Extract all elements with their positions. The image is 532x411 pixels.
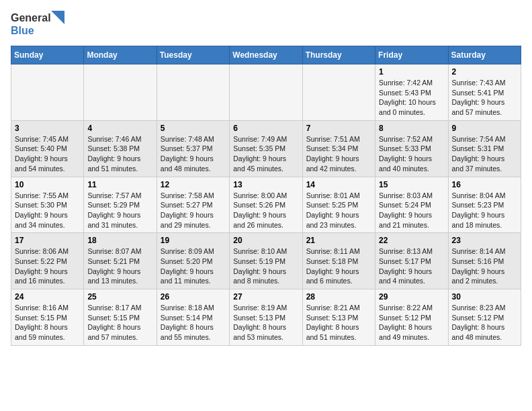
logo-icon: GeneralBlue: [11, 11, 64, 38]
calendar-week-row: 24Sunrise: 8:16 AMSunset: 5:15 PMDayligh…: [11, 289, 521, 346]
day-info: Sunrise: 8:07 AMSunset: 5:21 PMDaylight:…: [87, 247, 141, 285]
day-number: 9: [452, 124, 517, 133]
calendar-header-monday: Monday: [84, 46, 157, 64]
day-info: Sunrise: 7:51 AMSunset: 5:34 PMDaylight:…: [306, 135, 360, 173]
calendar-header-sunday: Sunday: [11, 46, 84, 64]
calendar-cell: 22Sunrise: 8:13 AMSunset: 5:17 PMDayligh…: [375, 233, 448, 289]
day-number: 12: [161, 180, 226, 189]
day-info: Sunrise: 8:17 AMSunset: 5:15 PMDaylight:…: [87, 304, 141, 341]
day-info: Sunrise: 8:22 AMSunset: 5:12 PMDaylight:…: [379, 304, 433, 341]
calendar-week-row: 3Sunrise: 7:45 AMSunset: 5:40 PMDaylight…: [11, 120, 521, 177]
calendar-cell: 28Sunrise: 8:21 AMSunset: 5:13 PMDayligh…: [302, 289, 375, 346]
day-info: Sunrise: 8:06 AMSunset: 5:22 PMDaylight:…: [15, 247, 69, 285]
day-number: 11: [87, 180, 152, 189]
calendar-week-row: 17Sunrise: 8:06 AMSunset: 5:22 PMDayligh…: [11, 233, 521, 289]
calendar-cell: 1Sunrise: 7:42 AMSunset: 5:43 PMDaylight…: [375, 64, 448, 121]
calendar-cell: [302, 64, 375, 121]
svg-marker-2: [51, 11, 64, 24]
calendar-cell: 16Sunrise: 8:04 AMSunset: 5:23 PMDayligh…: [448, 177, 521, 233]
calendar-cell: 21Sunrise: 8:11 AMSunset: 5:18 PMDayligh…: [302, 233, 375, 289]
calendar-cell: 12Sunrise: 7:58 AMSunset: 5:27 PMDayligh…: [157, 177, 229, 233]
day-number: 3: [15, 124, 80, 133]
day-number: 23: [452, 236, 517, 245]
calendar-cell: 4Sunrise: 7:46 AMSunset: 5:38 PMDaylight…: [84, 120, 157, 177]
calendar-cell: 13Sunrise: 8:00 AMSunset: 5:26 PMDayligh…: [230, 177, 302, 233]
day-number: 25: [87, 292, 152, 302]
calendar-header-friday: Friday: [375, 46, 448, 64]
svg-text:General: General: [11, 12, 51, 24]
day-info: Sunrise: 8:03 AMSunset: 5:24 PMDaylight:…: [379, 191, 433, 229]
day-number: 7: [306, 124, 371, 133]
day-number: 6: [233, 124, 298, 133]
day-info: Sunrise: 8:10 AMSunset: 5:19 PMDaylight:…: [233, 247, 287, 285]
day-number: 5: [161, 124, 226, 133]
day-info: Sunrise: 7:52 AMSunset: 5:33 PMDaylight:…: [379, 135, 433, 173]
day-info: Sunrise: 8:00 AMSunset: 5:26 PMDaylight:…: [233, 191, 287, 229]
day-number: 27: [233, 292, 298, 302]
day-number: 26: [161, 292, 226, 302]
calendar-week-row: 1Sunrise: 7:42 AMSunset: 5:43 PMDaylight…: [11, 64, 521, 121]
day-info: Sunrise: 8:11 AMSunset: 5:18 PMDaylight:…: [306, 247, 360, 285]
calendar-cell: 24Sunrise: 8:16 AMSunset: 5:15 PMDayligh…: [11, 289, 84, 346]
calendar-cell: 6Sunrise: 7:49 AMSunset: 5:35 PMDaylight…: [230, 120, 302, 177]
day-number: 16: [452, 180, 517, 189]
day-number: 22: [379, 236, 444, 245]
day-info: Sunrise: 8:01 AMSunset: 5:25 PMDaylight:…: [306, 191, 360, 229]
calendar-header-thursday: Thursday: [302, 46, 375, 64]
day-info: Sunrise: 8:14 AMSunset: 5:16 PMDaylight:…: [452, 247, 506, 285]
day-number: 2: [452, 67, 517, 77]
day-number: 28: [306, 292, 371, 302]
calendar-header-tuesday: Tuesday: [157, 46, 229, 64]
day-info: Sunrise: 8:13 AMSunset: 5:17 PMDaylight:…: [379, 247, 433, 285]
day-number: 15: [379, 180, 444, 189]
day-number: 17: [15, 236, 80, 245]
calendar-cell: 20Sunrise: 8:10 AMSunset: 5:19 PMDayligh…: [230, 233, 302, 289]
day-number: 19: [161, 236, 226, 245]
day-number: 4: [87, 124, 152, 133]
calendar-cell: 26Sunrise: 8:18 AMSunset: 5:14 PMDayligh…: [157, 289, 229, 346]
day-number: 1: [379, 67, 444, 77]
day-number: 21: [306, 236, 371, 245]
calendar-cell: [84, 64, 157, 121]
day-info: Sunrise: 8:23 AMSunset: 5:12 PMDaylight:…: [452, 304, 506, 341]
day-number: 24: [15, 292, 80, 302]
calendar-cell: 2Sunrise: 7:43 AMSunset: 5:41 PMDaylight…: [448, 64, 521, 121]
calendar-cell: 25Sunrise: 8:17 AMSunset: 5:15 PMDayligh…: [84, 289, 157, 346]
day-info: Sunrise: 8:21 AMSunset: 5:13 PMDaylight:…: [306, 304, 360, 341]
calendar-cell: 18Sunrise: 8:07 AMSunset: 5:21 PMDayligh…: [84, 233, 157, 289]
calendar-cell: 15Sunrise: 8:03 AMSunset: 5:24 PMDayligh…: [375, 177, 448, 233]
day-info: Sunrise: 7:55 AMSunset: 5:30 PMDaylight:…: [15, 191, 69, 229]
day-info: Sunrise: 7:42 AMSunset: 5:43 PMDaylight:…: [379, 79, 436, 116]
day-info: Sunrise: 7:58 AMSunset: 5:27 PMDaylight:…: [161, 191, 214, 229]
day-number: 29: [379, 292, 444, 302]
day-info: Sunrise: 8:18 AMSunset: 5:14 PMDaylight:…: [161, 304, 214, 341]
day-info: Sunrise: 8:04 AMSunset: 5:23 PMDaylight:…: [452, 191, 506, 229]
calendar-cell: 11Sunrise: 7:57 AMSunset: 5:29 PMDayligh…: [84, 177, 157, 233]
logo: GeneralBlue: [11, 11, 64, 38]
calendar-cell: 7Sunrise: 7:51 AMSunset: 5:34 PMDaylight…: [302, 120, 375, 177]
calendar-cell: 30Sunrise: 8:23 AMSunset: 5:12 PMDayligh…: [448, 289, 521, 346]
calendar-cell: 19Sunrise: 8:09 AMSunset: 5:20 PMDayligh…: [157, 233, 229, 289]
day-info: Sunrise: 7:57 AMSunset: 5:29 PMDaylight:…: [87, 191, 141, 229]
day-number: 13: [233, 180, 298, 189]
day-info: Sunrise: 7:49 AMSunset: 5:35 PMDaylight:…: [233, 135, 287, 173]
calendar-header-row: SundayMondayTuesdayWednesdayThursdayFrid…: [11, 46, 521, 64]
calendar-cell: 23Sunrise: 8:14 AMSunset: 5:16 PMDayligh…: [448, 233, 521, 289]
day-number: 30: [452, 292, 517, 302]
day-info: Sunrise: 8:09 AMSunset: 5:20 PMDaylight:…: [161, 247, 214, 285]
calendar-cell: 17Sunrise: 8:06 AMSunset: 5:22 PMDayligh…: [11, 233, 84, 289]
calendar-cell: 29Sunrise: 8:22 AMSunset: 5:12 PMDayligh…: [375, 289, 448, 346]
calendar-cell: 9Sunrise: 7:54 AMSunset: 5:31 PMDaylight…: [448, 120, 521, 177]
calendar-cell: [11, 64, 84, 121]
calendar-cell: [157, 64, 229, 121]
calendar-week-row: 10Sunrise: 7:55 AMSunset: 5:30 PMDayligh…: [11, 177, 521, 233]
day-info: Sunrise: 7:46 AMSunset: 5:38 PMDaylight:…: [87, 135, 141, 173]
calendar-header-wednesday: Wednesday: [230, 46, 302, 64]
day-info: Sunrise: 8:19 AMSunset: 5:13 PMDaylight:…: [233, 304, 287, 341]
day-number: 14: [306, 180, 371, 189]
day-number: 10: [15, 180, 80, 189]
calendar-cell: 3Sunrise: 7:45 AMSunset: 5:40 PMDaylight…: [11, 120, 84, 177]
header: GeneralBlue: [11, 11, 521, 38]
day-info: Sunrise: 7:43 AMSunset: 5:41 PMDaylight:…: [452, 79, 506, 116]
day-info: Sunrise: 7:54 AMSunset: 5:31 PMDaylight:…: [452, 135, 506, 173]
